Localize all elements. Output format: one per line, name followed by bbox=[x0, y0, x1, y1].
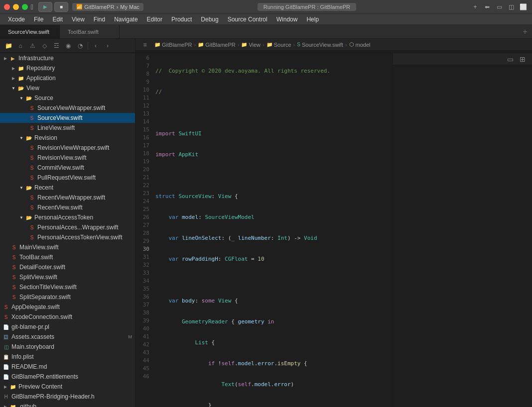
ln-43: 43 bbox=[139, 349, 149, 357]
nav-warning-icon[interactable]: ⚠ bbox=[27, 40, 38, 51]
sidebar-item-revision[interactable]: ▼ 📂 Revision bbox=[0, 133, 135, 143]
close-button[interactable] bbox=[4, 4, 10, 10]
sidebar-item-infoplist[interactable]: 📋 Info.plist bbox=[0, 352, 135, 362]
sidebar-item-previewcontent[interactable]: ▶ 📁 Preview Content bbox=[0, 382, 135, 392]
sidebar-item-patwrapper[interactable]: S PersonalAcces...Wrapper.swift bbox=[0, 222, 135, 232]
layout-full-icon[interactable]: ⬜ bbox=[518, 2, 528, 12]
nav-search-icon[interactable]: ⌂ bbox=[15, 40, 26, 51]
plus-icon[interactable]: + bbox=[470, 2, 480, 12]
sidebar-item-recent[interactable]: ▼ 📂 Recent bbox=[0, 183, 135, 193]
sidebar-item-repository[interactable]: ▶ 📁 Repository bbox=[0, 63, 135, 73]
sidebar-item-toolbar[interactable]: S ToolBar.swift bbox=[0, 252, 135, 262]
sidebar-item-patview[interactable]: S PersonalAccessTokenView.swift bbox=[0, 232, 135, 242]
sidebar-item-detailfooter[interactable]: S DetailFooter.swift bbox=[0, 262, 135, 272]
stop-button[interactable]: ■ bbox=[54, 2, 68, 12]
sidebar-item-appdelegate[interactable]: S AppDelegate.swift bbox=[0, 302, 135, 312]
minimize-button[interactable] bbox=[13, 4, 19, 10]
menu-view[interactable]: View bbox=[68, 15, 89, 24]
nav-debug-icon[interactable]: ☲ bbox=[51, 40, 62, 51]
sidebar-item-sectiontitleview[interactable]: S SectionTitleView.swift bbox=[0, 282, 135, 292]
menu-edit[interactable]: Edit bbox=[48, 15, 67, 24]
breadcrumb-file[interactable]: S SourceView.swift bbox=[297, 42, 343, 48]
sidebar-item-recentview[interactable]: S RecentView.swift bbox=[0, 203, 135, 212]
menu-editor[interactable]: Editor bbox=[143, 15, 166, 24]
sidebar-item-mainview[interactable]: S MainView.swift bbox=[0, 242, 135, 252]
nav-test-icon[interactable]: ◇ bbox=[39, 40, 50, 51]
sidebar-item-view[interactable]: ▼ 📂 View bbox=[0, 83, 135, 93]
menu-product[interactable]: Product bbox=[167, 15, 196, 24]
code-text[interactable]: // Copyright © 2020 dev.aoyama. All righ… bbox=[153, 53, 393, 407]
tab-toolbar[interactable]: ToolBar.swift bbox=[60, 25, 120, 38]
sidebar-item-commitview[interactable]: S CommitView.swift bbox=[0, 163, 135, 173]
nav-breakpoint-icon[interactable]: ◉ bbox=[63, 40, 74, 51]
back-icon[interactable]: ⬅ bbox=[482, 2, 492, 12]
sidebar-item-splitview[interactable]: S SplitView.swift bbox=[0, 272, 135, 282]
code-line-14: var lineOnSelect: (_ lineNumber: Int) ->… bbox=[153, 234, 393, 242]
run-button[interactable]: ▶ bbox=[38, 2, 52, 12]
nav-forward-icon[interactable]: › bbox=[102, 40, 113, 51]
menu-window[interactable]: Window bbox=[272, 15, 302, 24]
breadcrumb-gitblamepr-root[interactable]: 📁 GitBlamePR bbox=[154, 42, 192, 48]
sidebar-item-sourceviewwrapper[interactable]: S SourceViewWrapper.swift bbox=[0, 103, 135, 113]
code-content[interactable]: 6 7 8 9 10 11 12 13 14 15 16 17 18 19 20… bbox=[135, 53, 393, 407]
sidebar-item-gitblamepl[interactable]: 📄 git-blame-pr.pl bbox=[0, 322, 135, 332]
menu-file[interactable]: File bbox=[30, 15, 47, 24]
sidebar-item-revisionview[interactable]: S RevisionView.swift bbox=[0, 153, 135, 163]
ln-28: 28 bbox=[139, 229, 149, 237]
file-storyboard-icon: ◫ bbox=[2, 343, 10, 351]
sidebar-item-splitseparator[interactable]: S SplitSeparator.swift bbox=[0, 292, 135, 302]
sidebar-item-sourceview[interactable]: S SourceView.swift bbox=[0, 113, 135, 123]
menu-debug[interactable]: Debug bbox=[197, 15, 222, 24]
model-icon: ⬡ bbox=[349, 41, 354, 48]
tab-sourceview[interactable]: SourceView.swift bbox=[0, 25, 60, 38]
sidebar-label-bridgingheader: GitBlamePR-Bridging-Header.h bbox=[11, 393, 95, 400]
sidebar-item-application[interactable]: ▶ 📁 Application bbox=[0, 73, 135, 83]
fullscreen-button[interactable] bbox=[22, 4, 28, 10]
ln-42: 42 bbox=[139, 341, 149, 349]
sidebar-item-assets[interactable]: 🖼 Assets.xcassets M bbox=[0, 332, 135, 342]
sidebar-item-revisionviewwrapper[interactable]: S RevisionViewWrapper.swift bbox=[0, 143, 135, 153]
layout-split-icon[interactable]: ◫ bbox=[506, 2, 516, 12]
ln-21: 21 bbox=[139, 174, 149, 182]
menu-find[interactable]: Find bbox=[90, 15, 109, 24]
ln-18: 18 bbox=[139, 150, 149, 158]
sidebar-item-recentviewwrapper[interactable]: S RecentViewWrapper.swift bbox=[0, 193, 135, 203]
nav-back-icon[interactable]: ‹ bbox=[90, 40, 101, 51]
sidebar-item-readme[interactable]: 📄 README.md bbox=[0, 362, 135, 372]
file-sectiontitleview-icon: S bbox=[10, 283, 18, 291]
breadcrumb-gitblamepr-group[interactable]: 📁 GitBlamePR bbox=[198, 42, 236, 48]
menu-source-control[interactable]: Source Control bbox=[224, 15, 271, 24]
nav-report-icon[interactable]: ◔ bbox=[75, 40, 86, 51]
sidebar-item-lineview[interactable]: S LineView.swift bbox=[0, 123, 135, 133]
sidebar-item-pullrequestview[interactable]: S PullRequestView.swift bbox=[0, 173, 135, 183]
device-info[interactable]: 📶 GitBlamePR › My Mac bbox=[72, 3, 143, 11]
sidebar-item-entitlements[interactable]: 📄 GitBlamePR.entitlements bbox=[0, 372, 135, 382]
breadcrumb-source[interactable]: 📁 Source bbox=[266, 42, 291, 48]
file-mainview-icon: S bbox=[10, 243, 18, 251]
sidebar-label-mainstoryboard: Main.storyboard bbox=[11, 343, 54, 350]
nav-folder-icon[interactable]: 📁 bbox=[3, 40, 14, 51]
nav-jump-icon[interactable]: ≡ bbox=[139, 39, 150, 50]
editor-layout-single[interactable]: ▭ bbox=[505, 54, 516, 65]
tab-add-button[interactable]: + bbox=[518, 25, 532, 38]
title-bar:  ▶ ■ 📶 GitBlamePR › My Mac Running GitB… bbox=[0, 0, 532, 14]
sidebar-item-github[interactable]: ▶ 📁 .github bbox=[0, 402, 135, 407]
code-line-18: GeometryReader { geometry in bbox=[153, 318, 393, 326]
sidebar-item-infrastructure[interactable]: ▶ ▶ Infrastructure bbox=[0, 53, 135, 63]
menu-navigate[interactable]: Navigate bbox=[110, 15, 141, 24]
menu-help[interactable]: Help bbox=[302, 15, 323, 24]
breadcrumb-model[interactable]: ⬡ model bbox=[349, 41, 371, 48]
menu-xcode[interactable]: Xcode bbox=[4, 15, 29, 24]
breadcrumb-view[interactable]: 📁 View bbox=[241, 42, 261, 48]
sidebar-item-mainstoryboard[interactable]: ◫ Main.storyboard bbox=[0, 342, 135, 352]
sidebar-item-source[interactable]: ▼ 📂 Source bbox=[0, 93, 135, 103]
editor-layout-grid[interactable]: ⊞ bbox=[517, 54, 528, 65]
sidebar-item-pat[interactable]: ▼ 📂 PersonalAccessToken bbox=[0, 212, 135, 222]
file-lineview-icon: S bbox=[28, 124, 36, 132]
layout-single-icon[interactable]: ▭ bbox=[494, 2, 504, 12]
sidebar-item-xcodeconnection[interactable]: S XcodeConnection.swift bbox=[0, 312, 135, 322]
ln-20: 20 bbox=[139, 166, 149, 174]
sidebar-item-bridgingheader[interactable]: H GitBlamePR-Bridging-Header.h bbox=[0, 392, 135, 402]
file-splitseparator-icon: S bbox=[10, 293, 18, 301]
arrow-github: ▶ bbox=[2, 403, 9, 407]
